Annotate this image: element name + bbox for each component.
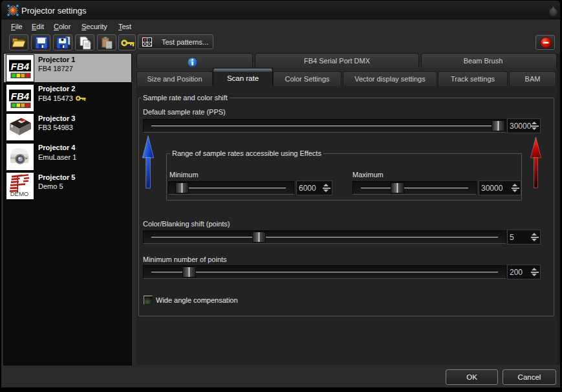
svg-text:FB4: FB4	[11, 90, 30, 101]
svg-text:DEMO: DEMO	[10, 190, 29, 197]
svg-text:FB4: FB4	[11, 61, 30, 72]
